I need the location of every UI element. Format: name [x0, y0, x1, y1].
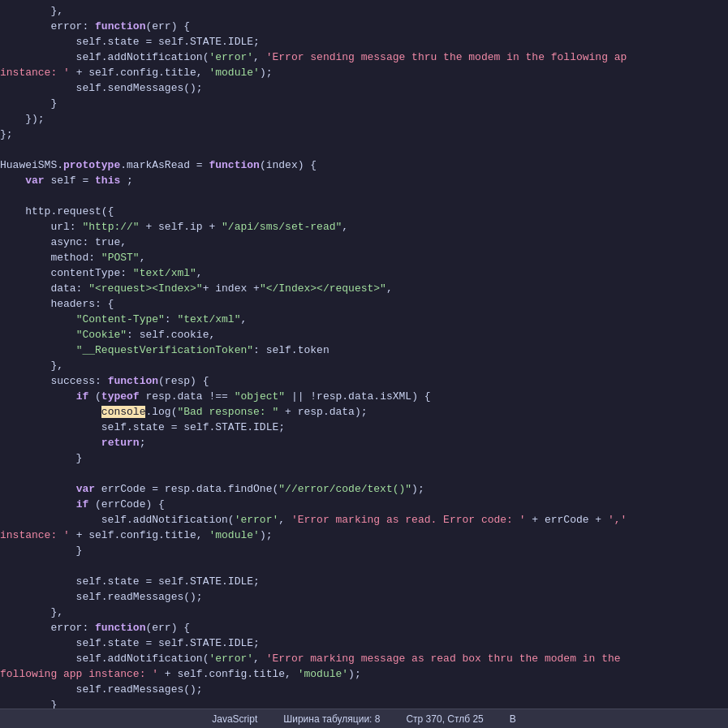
encoding-selector[interactable]: В — [497, 713, 529, 725]
code-line: HuaweiSMS.prototype.markAsRead = functio… — [0, 157, 728, 173]
tab-width-selector[interactable]: Ширина табуляции: 8 — [270, 713, 393, 725]
code-line: following app instance: ' + self.config.… — [0, 666, 728, 682]
code-line: error: function(err) { — [0, 620, 728, 635]
code-line: } — [0, 96, 728, 111]
code-line: "__RequestVerificationToken": self.token — [0, 342, 728, 358]
code-line: if (errCode) { — [0, 497, 728, 512]
code-line: var errCode = resp.data.findOne("//error… — [0, 481, 728, 497]
code-line: self.addNotification('error', 'Error sen… — [0, 50, 728, 65]
cursor-position[interactable]: Стр 370, Стлб 25 — [393, 713, 496, 725]
code-line: async: true, — [0, 235, 728, 250]
code-line: } — [0, 697, 728, 709]
code-line — [0, 188, 728, 204]
code-line: if (typeof resp.data !== "object" || !re… — [0, 389, 728, 404]
code-line: } — [0, 450, 728, 466]
code-line: self.state = self.STATE.IDLE; — [0, 574, 728, 589]
code-line: url: "http://" + self.ip + "/api/sms/set… — [0, 219, 728, 235]
code-line: }); — [0, 111, 728, 127]
status-bar: JavaScript Ширина табуляции: 8 Стр 370, … — [0, 709, 728, 728]
code-line: contentType: "text/xml", — [0, 265, 728, 281]
code-line: self.state = self.STATE.IDLE; — [0, 34, 728, 50]
code-line: return; — [0, 435, 728, 450]
code-line: instance: ' + self.config.title, 'module… — [0, 65, 728, 80]
code-line: "Content-Type": "text/xml", — [0, 312, 728, 327]
code-line: error: function(err) { — [0, 19, 728, 34]
code-line: http.request({ — [0, 204, 728, 219]
code-line: console.log("Bad response: " + resp.data… — [0, 404, 728, 420]
code-line: success: function(resp) { — [0, 373, 728, 389]
language-selector[interactable]: JavaScript — [199, 713, 270, 725]
code-line: }, — [0, 605, 728, 620]
code-line: var self = this ; — [0, 173, 728, 188]
code-line: self.readMessages(); — [0, 682, 728, 697]
code-line: "Cookie": self.cookie, — [0, 327, 728, 342]
code-line: }, — [0, 3, 728, 19]
code-line: self.addNotification('error', 'Error mar… — [0, 651, 728, 666]
code-line: self.state = self.STATE.IDLE; — [0, 420, 728, 435]
code-line: } — [0, 543, 728, 558]
code-line: method: "POST", — [0, 250, 728, 265]
code-editor[interactable]: }, error: function(err) { self.state = s… — [0, 0, 728, 709]
code-line — [0, 142, 728, 157]
code-line — [0, 558, 728, 574]
code-line: self.state = self.STATE.IDLE; — [0, 635, 728, 651]
code-line: self.sendMessages(); — [0, 80, 728, 96]
code-line: self.readMessages(); — [0, 589, 728, 605]
code-content: }, error: function(err) { self.state = s… — [0, 0, 728, 709]
code-line: data: "<request><Index>"+ index +"</Inde… — [0, 281, 728, 296]
code-line: }; — [0, 127, 728, 142]
code-line — [0, 466, 728, 481]
code-line: self.addNotification('error', 'Error mar… — [0, 512, 728, 528]
code-line: }, — [0, 358, 728, 373]
code-line: headers: { — [0, 296, 728, 312]
code-line: instance: ' + self.config.title, 'module… — [0, 528, 728, 543]
